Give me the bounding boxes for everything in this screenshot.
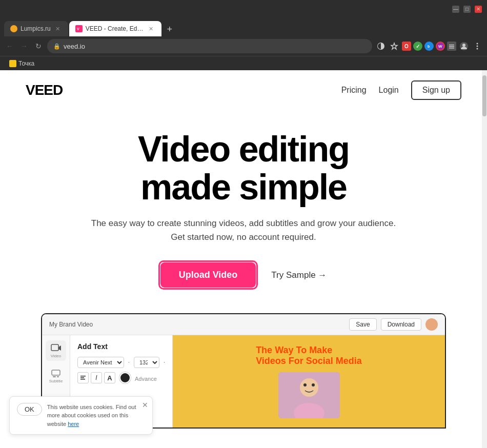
site-logo: VEED <box>26 82 63 98</box>
size-select[interactable]: 132 <box>134 357 159 368</box>
hero-subtitle-line2: Get started now, no account required. <box>171 232 316 242</box>
tab-veed-close[interactable]: ✕ <box>147 25 155 33</box>
bookmark-star-icon[interactable] <box>389 40 400 52</box>
svg-rect-15 <box>51 344 58 351</box>
svg-point-31 <box>312 383 315 386</box>
translate-icon[interactable] <box>375 40 387 52</box>
cookie-ok-button[interactable]: OK <box>17 403 42 416</box>
tab-lumpics-close[interactable]: ✕ <box>54 25 62 33</box>
align-left-btn[interactable] <box>77 372 89 383</box>
forward-button[interactable]: → <box>18 40 30 52</box>
tab-lumpics[interactable]: Lumpics.ru ✕ <box>4 21 68 36</box>
preview-actions: Save Download <box>349 318 438 331</box>
panel-font-row: Avenir Next 132 <box>77 357 165 368</box>
ext-menu-icon[interactable] <box>447 42 456 51</box>
color-picker[interactable] <box>119 372 131 383</box>
svg-rect-17 <box>52 370 60 375</box>
sidebar-subtitle-icon[interactable]: Subtitle <box>46 366 66 386</box>
url-bar[interactable]: 🔒 veed.io <box>47 39 372 53</box>
svg-rect-25 <box>80 377 84 378</box>
hero-title-line2: made simple <box>140 167 347 207</box>
hero-buttons: Upload Video Try Sample → <box>10 262 477 288</box>
lumpics-favicon <box>10 25 17 32</box>
bookmark-label: Точка <box>18 60 34 67</box>
svg-marker-23 <box>164 362 165 363</box>
title-bar: — □ ✕ <box>0 0 487 18</box>
tab-bar: Lumpics.ru ✕ V VEED - Create, Edit & Sha… <box>0 18 487 36</box>
svg-rect-24 <box>80 376 86 377</box>
svg-point-13 <box>477 46 478 47</box>
svg-rect-9 <box>449 48 454 49</box>
cookie-link[interactable]: here <box>68 421 79 427</box>
panel-title: Add Text <box>77 342 165 351</box>
back-button[interactable]: ← <box>4 40 15 52</box>
text-color-btn[interactable]: A <box>104 372 115 383</box>
ext-mixed-icon[interactable]: W <box>436 42 445 51</box>
preview-topbar: My Brand Video Save Download <box>42 314 445 335</box>
svg-point-12 <box>477 43 478 45</box>
signup-button[interactable]: Sign up <box>411 80 461 100</box>
bookmarks-bar: Точка <box>0 56 487 70</box>
svg-text:b: b <box>428 45 430 48</box>
ext-blue-icon[interactable]: b <box>424 42 434 51</box>
svg-rect-8 <box>449 46 454 47</box>
try-sample-link[interactable]: Try Sample → <box>271 270 327 280</box>
new-tab-button[interactable]: + <box>163 22 177 36</box>
opera-ext-icon[interactable]: O <box>402 42 411 51</box>
toolbar-icons: O ✓ b W <box>375 40 483 52</box>
svg-point-30 <box>303 383 307 386</box>
minimize-button[interactable]: — <box>452 6 459 13</box>
cookie-close-button[interactable]: ✕ <box>142 401 148 409</box>
hero-title-line1: Video editing <box>138 129 349 169</box>
ext-green-icon[interactable]: ✓ <box>413 42 422 51</box>
tab-veed-title: VEED - Create, Edit & Share Vide... <box>86 25 144 32</box>
video-person-image <box>278 372 340 418</box>
more-options-icon[interactable] <box>472 40 483 52</box>
preview-avatar <box>425 318 438 331</box>
preview-video-area: The Way To Make Videos For Social Media <box>173 335 445 427</box>
svg-rect-19 <box>57 376 59 377</box>
close-button[interactable]: ✕ <box>475 6 482 13</box>
bookmark-item[interactable]: Точка <box>6 59 37 68</box>
preview-title: My Brand Video <box>49 321 93 328</box>
svg-rect-26 <box>80 379 85 380</box>
svg-marker-22 <box>129 362 130 363</box>
svg-rect-18 <box>53 376 56 377</box>
advance-link[interactable]: Advance <box>135 376 157 382</box>
svg-point-28 <box>300 378 318 397</box>
site-nav: VEED Pricing Login Sign up <box>0 70 487 110</box>
login-link[interactable]: Login <box>379 86 399 95</box>
address-bar: ← → ↻ 🔒 veed.io O ✓ b W <box>0 36 487 56</box>
scrollbar-thumb[interactable] <box>482 75 486 116</box>
svg-marker-2 <box>391 43 397 49</box>
scrollbar[interactable] <box>482 70 487 448</box>
font-select[interactable]: Avenir Next <box>77 357 124 368</box>
sidebar-video-icon[interactable]: Video <box>46 340 66 361</box>
svg-text:W: W <box>438 44 442 49</box>
profile-icon[interactable] <box>458 40 470 52</box>
bookmark-folder-icon <box>9 60 16 67</box>
svg-point-11 <box>462 44 465 47</box>
veed-favicon: V <box>75 25 83 32</box>
tab-veed[interactable]: V VEED - Create, Edit & Share Vide... ✕ <box>69 21 161 36</box>
url-text: veed.io <box>64 43 85 50</box>
window-controls: — □ ✕ <box>452 6 482 13</box>
svg-point-14 <box>477 48 478 50</box>
font-dropdown-icon <box>128 360 130 365</box>
italic-btn[interactable]: I <box>91 372 102 383</box>
website-content: VEED Pricing Login Sign up Video editing… <box>0 70 487 448</box>
hero-subtitle-line1: The easy way to create stunning videos, … <box>91 218 396 228</box>
browser-window: — □ ✕ Lumpics.ru ✕ V VEED - Create, Edit… <box>0 0 487 448</box>
size-dropdown-icon <box>164 360 165 365</box>
lock-icon: 🔒 <box>53 43 60 50</box>
maximize-button[interactable]: □ <box>463 6 471 13</box>
nav-links: Pricing Login Sign up <box>341 80 461 100</box>
upload-btn-wrapper: Upload Video <box>160 262 256 288</box>
refresh-button[interactable]: ↻ <box>33 40 44 52</box>
pricing-link[interactable]: Pricing <box>341 86 367 95</box>
preview-save-btn[interactable]: Save <box>349 318 376 331</box>
hero-title: Video editing made simple <box>10 131 477 206</box>
upload-video-button[interactable]: Upload Video <box>160 262 256 288</box>
panel-format-row: I A Advance <box>77 372 165 383</box>
preview-download-btn[interactable]: Download <box>381 318 421 331</box>
